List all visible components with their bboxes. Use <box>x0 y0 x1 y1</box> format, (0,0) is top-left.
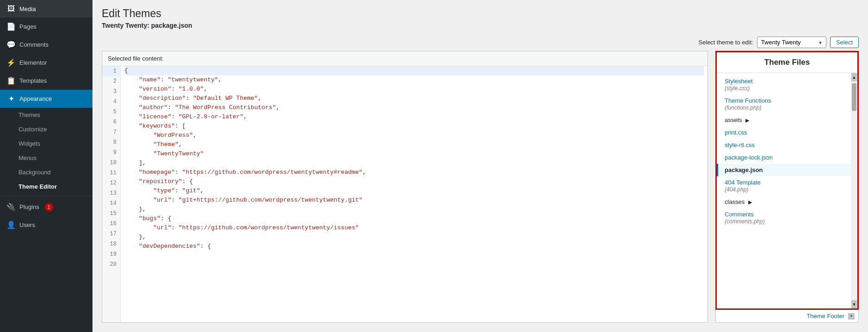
sidebar-item-appearance[interactable]: ✦ Appearance <box>0 90 92 108</box>
sidebar-sub-themes[interactable]: Themes <box>0 108 92 122</box>
sidebar-sub-widgets[interactable]: Widgets <box>0 136 92 151</box>
sidebar-item-pages[interactable]: 📄 Pages <box>0 18 92 36</box>
file-item-assets[interactable]: assets ▶ <box>717 114 851 126</box>
theme-files-list[interactable]: Stylesheet (style.css) Theme Functions (… <box>717 73 851 308</box>
sidebar-item-templates[interactable]: 📋 Templates <box>0 72 92 90</box>
file-item-package-lock[interactable]: package-lock.json <box>717 151 851 164</box>
appearance-icon: ✦ <box>6 94 16 103</box>
file-item-package-json[interactable]: package.json <box>717 164 851 176</box>
theme-footer-arrow[interactable]: ▼ <box>848 313 855 320</box>
appearance-submenu: Themes Customize Widgets Menus Backgroun… <box>0 108 92 194</box>
theme-files-box: Theme Files Stylesheet (style.css) Theme… <box>715 51 859 310</box>
file-item-404[interactable]: 404 Template (404.php) <box>717 176 851 196</box>
sidebar-item-comments[interactable]: 💬 Comments <box>0 36 92 54</box>
file-item-style-rtl[interactable]: style-rtl.css <box>717 139 851 151</box>
code-editor[interactable]: 1 2 3 4 5 6 7 8 9 10 11 12 13 14 15 16 1 <box>102 66 708 322</box>
comments-icon: 💬 <box>6 40 16 49</box>
elementor-icon: ⚡ <box>6 58 16 67</box>
select-button[interactable]: Select <box>830 37 859 48</box>
templates-icon: 📋 <box>6 76 16 85</box>
sidebar-item-plugins[interactable]: 🔌 Plugins 1 <box>0 198 92 216</box>
scroll-area <box>852 81 856 300</box>
line-numbers: 1 2 3 4 5 6 7 8 9 10 11 12 13 14 15 16 1 <box>102 66 121 322</box>
plugins-icon: 🔌 <box>6 203 16 211</box>
users-icon: 👤 <box>6 221 16 229</box>
file-item-comments[interactable]: Comments (comments.php) <box>717 208 851 227</box>
file-title: Twenty Twenty: package.json <box>102 22 859 29</box>
theme-select[interactable]: Twenty Twenty <box>757 37 826 48</box>
sidebar: 🖼 Media 📄 Pages 💬 Comments ⚡ Elementor 📋… <box>0 0 92 332</box>
main-content: Edit Themes Twenty Twenty: package.json … <box>92 0 868 332</box>
right-panel: Theme Files Stylesheet (style.css) Theme… <box>715 51 859 323</box>
pages-icon: 📄 <box>6 22 16 31</box>
editor-panel: Selected file content: 1 2 3 4 5 6 7 8 9… <box>102 51 708 323</box>
theme-footer-link[interactable]: Theme Footer <box>806 313 844 320</box>
file-item-classes[interactable]: classes ▶ <box>717 196 851 208</box>
sidebar-item-users[interactable]: 👤 Users <box>0 216 92 234</box>
main-header: Edit Themes Twenty Twenty: package.json … <box>92 0 868 51</box>
sidebar-sub-customize[interactable]: Customize <box>0 122 92 136</box>
plugins-badge: 1 <box>45 203 53 211</box>
page-title: Edit Themes <box>102 7 859 20</box>
select-theme-label: Select theme to edit: <box>698 39 753 46</box>
theme-footer-bar: Theme Footer ▼ <box>715 310 859 323</box>
sidebar-item-elementor[interactable]: ⚡ Elementor <box>0 54 92 72</box>
sidebar-sub-theme-editor[interactable]: Theme Editor <box>0 179 92 194</box>
editor-label: Selected file content: <box>102 51 708 66</box>
file-item-stylesheet[interactable]: Stylesheet (style.css) <box>717 75 851 94</box>
scroll-up-arrow[interactable]: ▲ <box>851 73 857 81</box>
select-theme-bar: Select theme to edit: Twenty Twenty Sele… <box>102 32 859 51</box>
sidebar-divider <box>0 196 92 196</box>
scroll-thumb[interactable] <box>852 83 856 111</box>
code-content[interactable]: { "name": "twentytwenty", "version": "1.… <box>121 66 708 322</box>
sidebar-item-media[interactable]: 🖼 Media <box>0 0 92 18</box>
scroll-down-arrow[interactable]: ▼ <box>851 300 857 308</box>
file-item-theme-functions[interactable]: Theme Functions (functions.php) <box>717 94 851 114</box>
sidebar-sub-background[interactable]: Background <box>0 165 92 179</box>
sidebar-sub-menus[interactable]: Menus <box>0 151 92 165</box>
theme-files-header: Theme Files <box>717 52 857 73</box>
file-item-print-css[interactable]: print.css <box>717 126 851 139</box>
scrollbar-track[interactable]: ▲ ▼ <box>851 73 857 308</box>
media-icon: 🖼 <box>6 5 16 13</box>
theme-select-wrapper[interactable]: Twenty Twenty <box>757 37 826 48</box>
content-area: Selected file content: 1 2 3 4 5 6 7 8 9… <box>92 51 868 332</box>
